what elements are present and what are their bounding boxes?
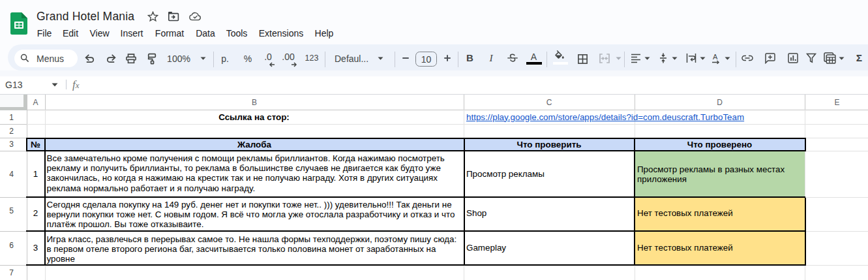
svg-text:A: A [713, 53, 718, 61]
